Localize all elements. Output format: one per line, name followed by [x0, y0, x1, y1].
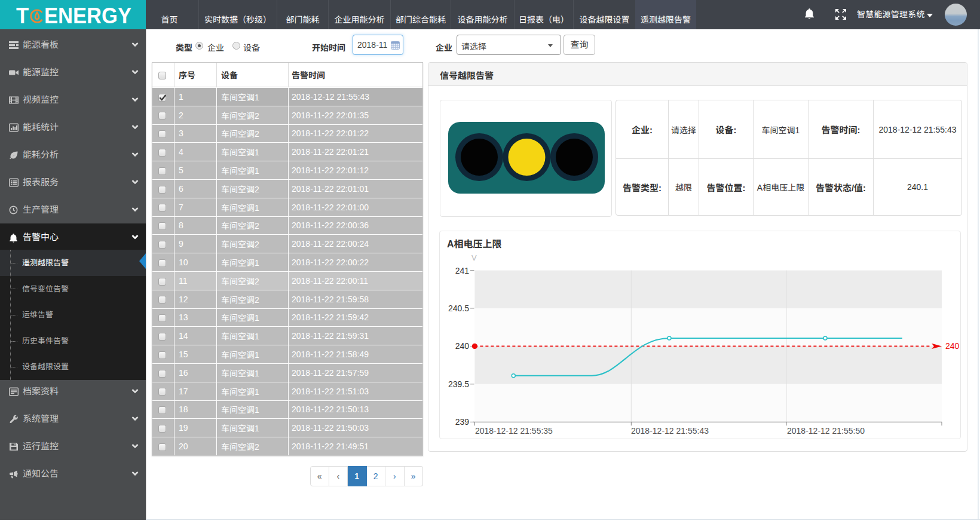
svg-text:2018-12-12 21:55:43: 2018-12-12 21:55:43: [631, 426, 709, 436]
svg-text:241: 241: [455, 266, 470, 275]
svg-text:240: 240: [455, 341, 470, 351]
svg-text:239.5: 239.5: [448, 379, 469, 389]
svg-text:239: 239: [455, 417, 470, 427]
svg-text:2018-12-12 21:55:50: 2018-12-12 21:55:50: [787, 426, 865, 436]
svg-text:240.5: 240.5: [448, 304, 469, 313]
svg-text:240: 240: [945, 341, 960, 351]
svg-text:2018-12-12 21:55:35: 2018-12-12 21:55:35: [475, 426, 553, 436]
svg-text:V: V: [471, 253, 477, 262]
